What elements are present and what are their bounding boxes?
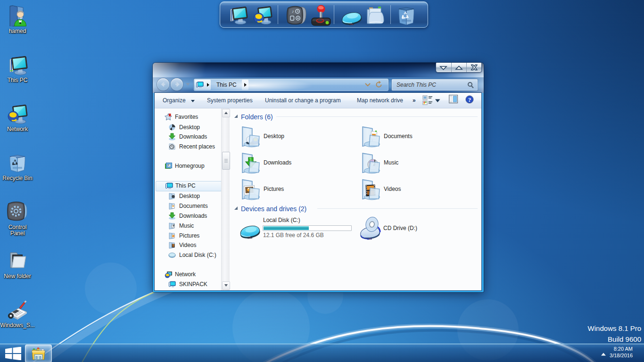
svg-text:♪: ♪	[292, 9, 294, 14]
svg-text:?: ?	[468, 97, 471, 103]
